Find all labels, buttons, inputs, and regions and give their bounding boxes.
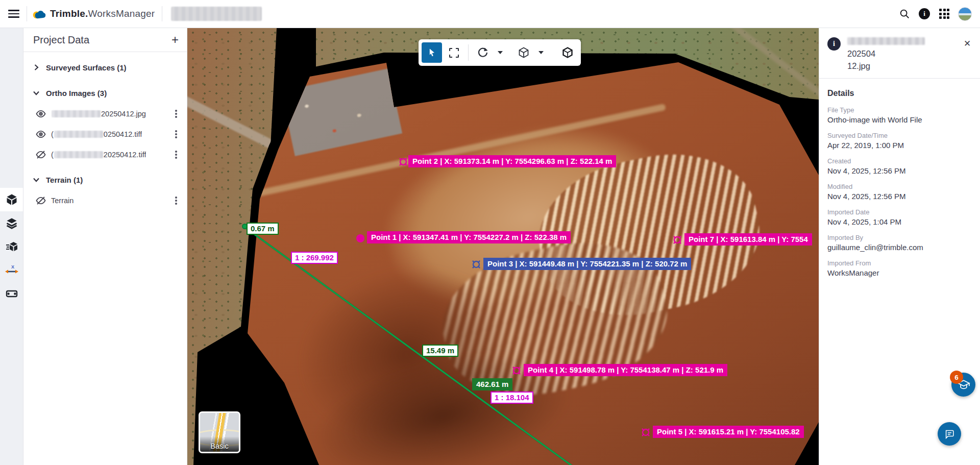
- rotate-icon: [477, 46, 489, 59]
- device-icon: [6, 287, 18, 300]
- field-surveyed-date: Surveyed Date/Time Apr 22, 2019, 1:00 PM: [827, 132, 972, 150]
- scale-label: 1 : 269.992: [291, 252, 338, 264]
- hamburger-menu-icon[interactable]: [8, 10, 19, 18]
- field-modified: Modified Nov 4, 2025, 12:56 PM: [827, 183, 972, 201]
- point-label[interactable]: Point 5 | X: 591615.21 m | Y: 7554105.82: [653, 426, 804, 438]
- group-label: Terrain (1): [46, 176, 83, 184]
- project-data-sidebar: Project Data + Surveyed Surfaces (1) Ort…: [23, 28, 187, 465]
- topbar-divider: [162, 6, 162, 21]
- select-tool-button[interactable]: [422, 42, 442, 63]
- point-label[interactable]: Point 7 | X: 591613.84 m | Y: 7554: [684, 233, 812, 246]
- trimble-cloud-logo-icon: [32, 9, 46, 19]
- file-title-redacted: [847, 37, 925, 45]
- item-menu-icon[interactable]: [173, 109, 180, 119]
- group-terrain[interactable]: Terrain (1): [23, 169, 187, 190]
- layers-icon: [6, 217, 18, 229]
- scale-label: 1 : 18.104: [491, 391, 533, 404]
- point-4-marker-icon[interactable]: [511, 365, 522, 376]
- close-panel-button[interactable]: ✕: [962, 38, 973, 50]
- topbar-divider: [27, 6, 27, 21]
- rotate-tool-button[interactable]: [473, 42, 493, 63]
- chevron-down-icon: [33, 89, 40, 96]
- item-menu-icon[interactable]: [173, 195, 180, 206]
- add-data-button[interactable]: +: [172, 35, 179, 45]
- file-name: (20250412.tiff: [51, 151, 146, 159]
- measurement-label: 462.61 m: [472, 378, 512, 390]
- point-5-marker-icon[interactable]: [640, 427, 651, 438]
- rail-item-devices[interactable]: [0, 282, 23, 305]
- visibility-on-icon[interactable]: [36, 129, 46, 139]
- visibility-off-icon[interactable]: [36, 195, 46, 206]
- basemap-selector[interactable]: Basic: [199, 411, 240, 453]
- point-1-marker-icon[interactable]: [355, 233, 366, 244]
- app-grid-icon[interactable]: [938, 8, 950, 20]
- field-imported-by: Imported By guillaume_clin@trimble.com: [827, 234, 972, 252]
- file-title: 202504 12.jpg: [847, 35, 949, 72]
- notification-badge[interactable]: 6: [950, 371, 963, 384]
- file-name-redacted: [52, 110, 101, 117]
- file-info-icon: i: [827, 37, 841, 51]
- svg-text:X: X: [11, 264, 14, 270]
- cube-solid-icon: [561, 46, 574, 59]
- ortho-item-tiff-2[interactable]: (20250412.tiff: [23, 144, 187, 165]
- x-axis-arrows-icon: X: [5, 264, 18, 276]
- details-panel: i 202504 12.jpg ✕ Details File Type Orth…: [819, 28, 980, 465]
- terrain-item[interactable]: Terrain: [23, 190, 187, 211]
- ortho-item-tiff-1[interactable]: (0250412.tiff: [23, 124, 187, 144]
- field-created: Created Nov 4, 2025, 12:56 PM: [827, 157, 972, 175]
- cube-icon: [6, 193, 18, 206]
- ortho-item-jpg[interactable]: 20250412.jpg: [23, 104, 187, 124]
- group-label: Surveyed Surfaces (1): [46, 63, 127, 72]
- toolbar-divider: [468, 44, 469, 61]
- package-motion-icon: [6, 240, 18, 253]
- shaded-view-tool-button[interactable]: [557, 42, 578, 63]
- field-file-type: File Type Ortho-image with World File: [827, 106, 972, 124]
- group-ortho-images[interactable]: Ortho Images (3): [23, 82, 187, 104]
- visibility-on-icon[interactable]: [36, 109, 46, 119]
- rail-item-measure-x[interactable]: X: [0, 258, 23, 282]
- chevron-right-icon: [33, 64, 40, 71]
- point-7-marker-icon[interactable]: [672, 234, 683, 246]
- sidebar-title: Project Data: [33, 34, 89, 46]
- chat-button[interactable]: [938, 422, 961, 446]
- group-surveyed-surfaces[interactable]: Surveyed Surfaces (1): [23, 57, 187, 78]
- cursor-icon: [427, 47, 437, 58]
- item-menu-icon[interactable]: [173, 129, 180, 140]
- rail-item-export[interactable]: [0, 235, 23, 258]
- point-label[interactable]: Point 3 | X: 591449.48 m | Y: 7554221.35…: [483, 258, 691, 270]
- dashed-rectangle-icon: [449, 48, 459, 58]
- group-label: Ortho Images (3): [46, 89, 107, 97]
- rail-item-layers[interactable]: [0, 211, 23, 235]
- visibility-off-icon[interactable]: [36, 150, 46, 160]
- box-select-tool-button[interactable]: [444, 42, 464, 63]
- view-options-dropdown[interactable]: [535, 42, 547, 63]
- layer-name: Terrain: [51, 197, 74, 205]
- point-label[interactable]: Point 2 | X: 591373.14 m | Y: 7554296.63…: [408, 155, 616, 167]
- details-section-title: Details: [827, 89, 972, 98]
- brand-name: Trimble.WorksManager: [50, 8, 155, 19]
- point-label[interactable]: Point 4 | X: 591498.78 m | Y: 7554138.47…: [524, 364, 727, 376]
- file-name: (0250412.tiff: [51, 130, 142, 138]
- user-avatar[interactable]: [958, 7, 972, 21]
- chevron-down-icon: [538, 51, 544, 54]
- info-icon[interactable]: i: [918, 8, 930, 20]
- brand-logo: Trimble.WorksManager: [32, 8, 155, 19]
- top-bar: Trimble.WorksManager i: [0, 0, 980, 28]
- project-name-redacted[interactable]: [171, 7, 262, 21]
- search-icon[interactable]: [898, 8, 911, 20]
- rail-item-3d-view[interactable]: [0, 188, 23, 211]
- point-3-marker-icon[interactable]: [471, 259, 482, 270]
- cube-outline-icon: [518, 46, 530, 59]
- basemap-name: Basic: [210, 442, 228, 452]
- chat-bubble-icon: [944, 428, 955, 439]
- item-menu-icon[interactable]: [173, 150, 180, 160]
- rotate-options-dropdown[interactable]: [495, 42, 506, 63]
- measurement-label: 15.49 m: [422, 345, 458, 357]
- measurement-label: 0.67 m: [247, 223, 279, 235]
- field-imported-date: Imported Date Nov 4, 2025, 1:04 PM: [827, 208, 972, 226]
- map-canvas[interactable]: 0.67 m 1 : 269.992 15.49 m 462.61 m 1 : …: [187, 28, 819, 465]
- view-cube-tool-button[interactable]: [513, 42, 534, 63]
- file-name-redacted: [54, 131, 103, 138]
- point-2-marker-icon[interactable]: [398, 156, 409, 167]
- point-label[interactable]: Point 1 | X: 591347.41 m | Y: 7554227.2 …: [367, 231, 571, 243]
